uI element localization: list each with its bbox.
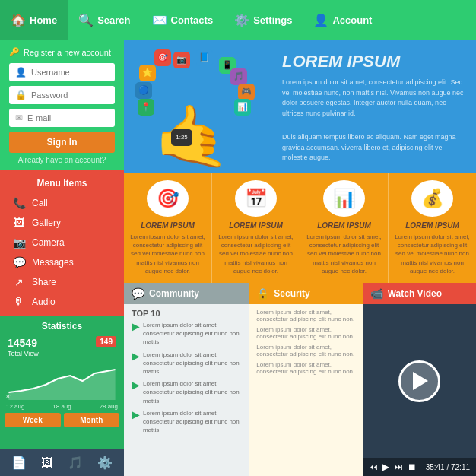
video-icon: 📹 <box>370 287 383 300</box>
app-icon-1[interactable]: 📷 <box>173 52 190 68</box>
already-account-link[interactable]: Already have an account? <box>9 156 115 164</box>
hero-section: 📷 📘 📱 🎵 🎮 📊 🎯 ⭐ 🔵 📍 🤙 1:25 <box>124 40 476 173</box>
stats-buttons: Week Month <box>5 413 119 427</box>
security-list-item: Lorem ipsum dolor sit amet, consectetur … <box>256 344 354 357</box>
app-icon-10[interactable]: 📍 <box>138 99 154 116</box>
play-icon[interactable]: ▶ <box>382 462 389 472</box>
sign-in-button[interactable]: Sign In <box>9 132 115 153</box>
app-icon-5[interactable]: 🎮 <box>238 84 255 100</box>
email-input[interactable] <box>27 113 109 122</box>
app-icon-4[interactable]: 🎵 <box>230 68 247 85</box>
app-icon-6[interactable]: 📊 <box>234 99 251 116</box>
month-button[interactable]: Month <box>64 413 120 427</box>
settings-icon: ⚙️ <box>234 13 249 27</box>
menu-gallery[interactable]: 🖼 Gallery <box>0 213 124 233</box>
stats-date2: 18 aug <box>52 403 71 410</box>
nav-search-label: Search <box>97 14 130 26</box>
nav-home-label: Home <box>30 14 57 26</box>
security-list-item: Lorem ipsum dolor sit amet, consectetur … <box>256 361 354 375</box>
feature-4-desc: Lorem ipsum dolor sit amet, consectetur … <box>395 233 470 275</box>
auth-title: 🔑 Register a new account <box>9 47 115 57</box>
community-content: TOP 10 ▶ Lorem ipsum dolor sit amet, con… <box>124 304 249 476</box>
sidebar: 🔑 Register a new account 👤 🔒 ✉ Sign In A… <box>0 40 124 476</box>
feature-3-title: LOREM IPSUM <box>317 221 371 230</box>
week-button[interactable]: Week <box>5 413 61 427</box>
bottom-row: 💬 Community TOP 10 ▶ Lorem ipsum dolor s… <box>124 283 476 476</box>
feature-2-desc: Lorem ipsum dolor sit amet, consectetur … <box>218 233 294 275</box>
main-layout: 🔑 Register a new account 👤 🔒 ✉ Sign In A… <box>0 40 476 476</box>
username-input[interactable] <box>31 68 109 77</box>
nav-account-label: Account <box>332 14 372 26</box>
stats-total: 14549 Total View <box>8 336 39 359</box>
nav-contacts[interactable]: ✉️ Contacts <box>141 0 224 40</box>
feature-2: 📅 LOREM IPSUM Lorem ipsum dolor sit amet… <box>212 173 300 283</box>
feature-1-icon: 🎯 <box>147 180 189 217</box>
gallery-icon: 🖼 <box>12 217 26 229</box>
key-icon: 🔑 <box>9 47 20 57</box>
stats-date3: 28 aug <box>100 403 118 410</box>
security-item-3: Lorem ipsum dolor sit amet, consectetur … <box>256 344 354 357</box>
stats-chart: 81 <box>5 362 119 400</box>
list-item: ▶ Lorem ipsum dolor sit amet, consectetu… <box>132 409 241 435</box>
hero-text: LOREM IPSUM Lorem ipsum dolor sit amet, … <box>276 40 476 173</box>
lock-icon: 🔒 <box>256 287 269 300</box>
app-icon-7[interactable]: 🎯 <box>154 49 171 66</box>
security-title: Security <box>274 288 309 299</box>
nav-contacts-label: Contacts <box>171 14 214 26</box>
play-triangle-icon <box>413 372 428 390</box>
security-header: 🔒 Security <box>249 283 362 304</box>
feature-3: 📊 LOREM IPSUM Lorem ipsum dolor sit amet… <box>300 173 389 283</box>
rewind-icon[interactable]: ⏮ <box>369 462 378 472</box>
nav-search[interactable]: 🔍 Search <box>68 0 141 40</box>
stop-icon[interactable]: ⏹ <box>408 462 417 472</box>
music-icon[interactable]: 🎵 <box>68 455 83 470</box>
security-section: 🔒 Security Lorem ipsum dolor sit amet, c… <box>249 283 362 476</box>
bullet-2: ▶ <box>132 351 140 361</box>
nav-home[interactable]: 🏠 Home <box>0 0 68 40</box>
app-container: 🏠 Home 🔍 Search ✉️ Contacts ⚙️ Settings … <box>0 0 476 476</box>
bullet-3: ▶ <box>132 379 140 390</box>
photo-icon[interactable]: 🖼 <box>41 456 53 470</box>
messages-icon: 💬 <box>12 256 26 268</box>
hero-body2: Duis aliquam tempus libero ac aliquam. N… <box>282 132 464 163</box>
security-list-item: Lorem ipsum dolor sit amet, consectetur … <box>256 326 354 340</box>
config-icon[interactable]: ⚙️ <box>97 455 113 470</box>
menu-share[interactable]: ↗ Share <box>0 272 124 292</box>
app-icon-8[interactable]: ⭐ <box>139 65 156 81</box>
play-button[interactable] <box>398 360 440 402</box>
fast-forward-icon[interactable]: ⏭ <box>394 462 403 472</box>
app-icons-cloud: 📷 📘 📱 🎵 🎮 📊 🎯 ⭐ 🔵 📍 🤙 1:25 <box>132 46 268 167</box>
video-time: 35:41 / 72:11 <box>426 463 470 471</box>
hero-title: LOREM IPSUM <box>282 52 464 71</box>
security-content: Lorem ipsum dolor sit amet, consectetur … <box>249 304 362 476</box>
menu-messages[interactable]: 💬 Messages <box>0 252 124 272</box>
bullet-1: ▶ <box>132 321 140 332</box>
menu-camera[interactable]: 📷 Camera <box>0 233 124 252</box>
username-field-wrapper: 👤 <box>9 63 115 81</box>
menu-audio[interactable]: 🎙 Audio <box>0 292 124 312</box>
password-field-wrapper: 🔒 <box>9 86 115 104</box>
password-input[interactable] <box>31 90 109 100</box>
community-icon: 💬 <box>132 287 144 300</box>
feature-2-title: LOREM IPSUM <box>229 221 283 230</box>
security-item-1: Lorem ipsum dolor sit amet, consectetur … <box>256 309 354 322</box>
hand-holding-phone: 🤙 <box>154 106 230 167</box>
document-icon[interactable]: 📄 <box>11 455 27 470</box>
nav-settings-label: Settings <box>253 14 292 26</box>
menu-call[interactable]: 📞 Call <box>0 193 124 213</box>
nav-account[interactable]: 👤 Account <box>303 0 382 40</box>
mail-icon: ✉️ <box>152 13 167 27</box>
community-item-3: Lorem ipsum dolor sit amet, consectetur … <box>143 379 241 405</box>
list-item: ▶ Lorem ipsum dolor sit amet, consectetu… <box>132 321 241 347</box>
call-icon: 📞 <box>12 197 26 209</box>
email-field-wrapper: ✉ <box>9 109 115 127</box>
community-header: 💬 Community <box>124 283 249 304</box>
feature-1-title: LOREM IPSUM <box>141 221 195 230</box>
app-icon-2[interactable]: 📘 <box>196 49 213 66</box>
search-icon: 🔍 <box>78 13 94 27</box>
app-icon-9[interactable]: 🔵 <box>135 82 152 99</box>
feature-4-title: LOREM IPSUM <box>405 221 459 230</box>
watch-video-section: 📹 Watch Video ⏮ ▶ ⏭ ⏹ 35:41 / 72:11 <box>363 283 476 476</box>
feature-2-icon: 📅 <box>235 180 277 217</box>
nav-settings[interactable]: ⚙️ Settings <box>224 0 303 40</box>
